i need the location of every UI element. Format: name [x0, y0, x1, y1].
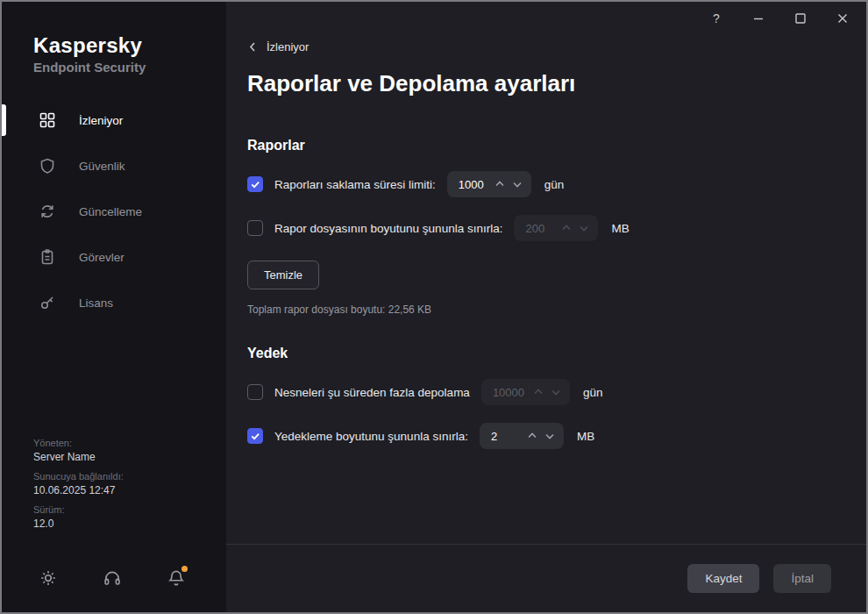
decrement-chevron-down-icon[interactable]	[551, 387, 561, 397]
sidebar-nav: İzleniyor Güvenlik Güncelleme	[2, 97, 226, 325]
reports-size-limit-input[interactable]: 200	[514, 215, 598, 241]
spinner-value: 2	[491, 430, 518, 443]
reports-heading: Raporlar	[247, 138, 831, 154]
backup-store-limit-checkbox[interactable]	[247, 384, 263, 400]
spinner-value: 200	[525, 222, 552, 235]
sidebar-item-monitoring[interactable]: İzleniyor	[2, 97, 226, 143]
maximize-icon[interactable]	[793, 11, 808, 26]
brand-subtitle: Endpoint Security	[33, 60, 226, 75]
reports-size-limit-row: Rapor dosyasının boyutunu şununla sınırl…	[247, 215, 831, 241]
clear-reports-button[interactable]: Temizle	[247, 261, 319, 289]
sidebar-footer	[39, 568, 186, 588]
backup-size-limit-checkbox[interactable]	[247, 428, 263, 444]
managed-by-label: Yöneten:	[33, 438, 124, 448]
version-label: Sürüm:	[33, 504, 124, 515]
sidebar-item-label: İzleniyor	[79, 114, 123, 127]
active-nav-indicator	[2, 104, 6, 136]
sidebar: Kaspersky Endpoint Security İzleniyor	[2, 2, 226, 612]
main-content: İzleniyor Raporlar ve Depolama ayarları …	[226, 2, 866, 612]
reports-keep-limit-row: Raporları saklama süresi limiti: 1000 gü…	[247, 171, 831, 197]
reports-section: Raporlar Raporları saklama süresi limiti…	[247, 138, 831, 316]
backup-size-limit-unit: MB	[577, 430, 594, 443]
increment-chevron-up-icon[interactable]	[527, 431, 537, 441]
help-icon[interactable]: ?	[708, 11, 724, 26]
minimize-icon[interactable]	[751, 11, 766, 26]
sidebar-item-label: Güncelleme	[79, 205, 142, 218]
support-headset-icon[interactable]	[103, 568, 122, 588]
notifications-bell-icon[interactable]	[167, 568, 186, 588]
app-window: ? Kaspersky Endpoint Security	[0, 0, 868, 614]
refresh-icon	[39, 203, 56, 220]
check-icon	[250, 179, 260, 189]
sidebar-item-license[interactable]: Lisans	[2, 280, 226, 325]
total-report-size-text: Toplam rapor dosyası boyutu: 22,56 KB	[247, 303, 831, 316]
backup-store-limit-input[interactable]: 10000	[481, 379, 570, 405]
increment-chevron-up-icon[interactable]	[533, 387, 544, 397]
close-icon[interactable]	[835, 11, 850, 26]
action-footer: Kaydet İptal	[226, 544, 866, 612]
connected-label: Sunucuya bağlanıldı:	[33, 471, 124, 482]
spinner-value: 1000	[459, 178, 486, 191]
increment-chevron-up-icon[interactable]	[494, 179, 505, 189]
reports-keep-limit-checkbox[interactable]	[247, 176, 263, 192]
reports-size-limit-checkbox[interactable]	[247, 220, 263, 236]
reports-keep-limit-label: Raporları saklama süresi limiti:	[274, 178, 436, 191]
shield-icon	[39, 157, 56, 175]
sidebar-item-security[interactable]: Güvenlik	[2, 143, 226, 189]
backup-store-limit-unit: gün	[583, 386, 603, 399]
check-icon	[250, 431, 260, 441]
backup-section: Yedek Nesneleri şu süreden fazla depolam…	[247, 346, 831, 449]
monitoring-grid-icon	[39, 111, 56, 129]
key-icon	[39, 294, 56, 311]
backup-size-limit-label: Yedekleme boyutunu şununla sınırla:	[274, 430, 468, 443]
reports-size-limit-label: Rapor dosyasının boyutunu şununla sınırl…	[274, 222, 502, 235]
brand-logo: Kaspersky Endpoint Security	[2, 2, 226, 75]
clipboard-icon	[39, 248, 56, 266]
decrement-chevron-down-icon[interactable]	[512, 179, 523, 189]
reports-size-limit-unit: MB	[611, 222, 629, 235]
reports-keep-limit-unit: gün	[544, 178, 565, 191]
backup-size-limit-row: Yedekleme boyutunu şununla sınırla: 2 MB	[247, 423, 831, 449]
save-button[interactable]: Kaydet	[687, 564, 759, 593]
cancel-button[interactable]: İptal	[773, 564, 831, 593]
connected-value: 10.06.2025 12:47	[33, 484, 124, 496]
brand-title: Kaspersky	[33, 33, 226, 58]
backup-heading: Yedek	[247, 346, 831, 361]
sidebar-info: Yöneten: Server Name Sunucuya bağlanıldı…	[33, 438, 124, 530]
page-title: Raporlar ve Depolama ayarları	[247, 70, 831, 97]
breadcrumb-back[interactable]: İzleniyor	[247, 40, 309, 54]
sidebar-item-label: Güvenlik	[79, 160, 125, 173]
managed-by-value: Server Name	[33, 451, 124, 463]
spinner-value: 10000	[493, 386, 524, 399]
sidebar-item-label: Görevler	[79, 251, 125, 264]
settings-gear-icon[interactable]	[39, 568, 58, 588]
sidebar-item-update[interactable]: Güncelleme	[2, 189, 226, 234]
breadcrumb-label: İzleniyor	[267, 40, 309, 54]
reports-keep-limit-input[interactable]: 1000	[447, 171, 531, 197]
backup-store-limit-label: Nesneleri şu süreden fazla depolama	[274, 386, 470, 399]
backup-size-limit-input[interactable]: 2	[480, 423, 564, 449]
increment-chevron-up-icon[interactable]	[561, 223, 572, 233]
sidebar-item-tasks[interactable]: Görevler	[2, 234, 226, 280]
notification-dot	[181, 566, 188, 572]
sidebar-item-label: Lisans	[79, 296, 113, 310]
titlebar-controls: ?	[708, 11, 850, 26]
decrement-chevron-down-icon[interactable]	[544, 431, 555, 441]
version-value: 12.0	[33, 518, 124, 530]
decrement-chevron-down-icon[interactable]	[579, 223, 589, 233]
chevron-left-icon	[247, 41, 258, 53]
backup-store-limit-row: Nesneleri şu süreden fazla depolama 1000…	[247, 379, 831, 405]
